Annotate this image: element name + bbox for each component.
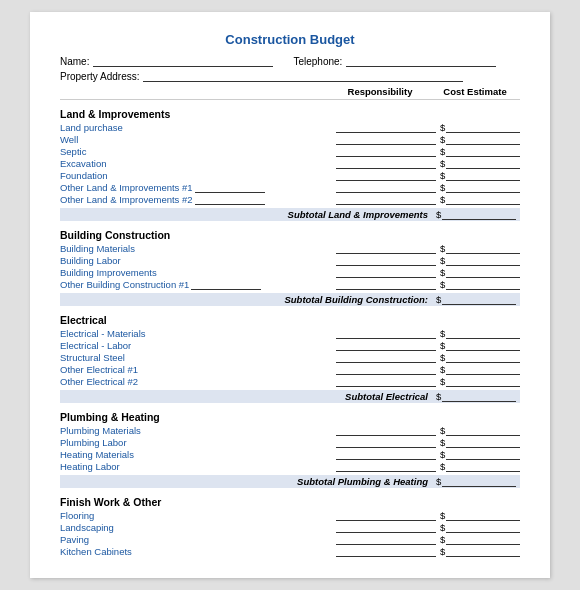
list-item: Electrical - Materials $ [60,328,520,339]
section-title-plumbing: Plumbing & Heating [60,411,520,423]
cost-input: $ [440,425,520,436]
cost-input: $ [440,279,520,290]
telephone-input[interactable] [346,55,496,67]
page-title: Construction Budget [60,32,520,47]
cost-input: $ [440,122,520,133]
cost-input: $ [440,364,520,375]
list-item: Building Labor $ [60,255,520,266]
section-title-electrical: Electrical [60,314,520,326]
subtotal-plumbing: Subtotal Plumbing & Heating $ [60,475,520,488]
list-item: Kitchen Cabinets $ [60,546,520,557]
list-item: Well $ [60,134,520,145]
responsibility-header: Responsibility [330,86,430,97]
list-item: Heating Materials $ [60,449,520,460]
cost-input: $ [440,510,520,521]
resp-input[interactable] [336,510,436,521]
list-item: Plumbing Labor $ [60,437,520,448]
resp-input[interactable] [336,328,436,339]
cost-input: $ [440,182,520,193]
address-input[interactable] [143,70,463,82]
cost-input: $ [440,376,520,387]
resp-input[interactable] [336,134,436,145]
cost-input: $ [440,146,520,157]
list-item: Land purchase $ [60,122,520,133]
subtotal-building: Subtotal Building Construction: $ [60,293,520,306]
list-item: Building Improvements $ [60,267,520,278]
resp-input[interactable] [336,364,436,375]
cost-input: $ [440,158,520,169]
section-title-finish: Finish Work & Other [60,496,520,508]
cost-input: $ [440,255,520,266]
resp-input[interactable] [336,267,436,278]
resp-input[interactable] [336,534,436,545]
list-item: Septic $ [60,146,520,157]
resp-input[interactable] [336,522,436,533]
resp-input[interactable] [336,461,436,472]
subtotal-electrical: Subtotal Electrical $ [60,390,520,403]
list-item: Paving $ [60,534,520,545]
resp-input[interactable] [336,352,436,363]
resp-input[interactable] [336,546,436,557]
cost-input: $ [440,340,520,351]
list-item: Other Land & Improvements #1 $ [60,182,520,193]
list-item: Electrical - Labor $ [60,340,520,351]
page: Construction Budget Name: Telephone: Pro… [30,12,550,578]
list-item: Other Electrical #2 $ [60,376,520,387]
list-item: Excavation $ [60,158,520,169]
cost-input: $ [440,522,520,533]
resp-input[interactable] [336,170,436,181]
resp-input[interactable] [336,158,436,169]
section-title-building: Building Construction [60,229,520,241]
cost-input: $ [440,437,520,448]
list-item: Plumbing Materials $ [60,425,520,436]
resp-input[interactable] [336,340,436,351]
name-label: Name: [60,56,89,67]
list-item: Flooring $ [60,510,520,521]
cost-input: $ [440,134,520,145]
resp-input[interactable] [336,182,436,193]
name-field: Name: [60,55,273,67]
list-item: Foundation $ [60,170,520,181]
cost-input: $ [440,449,520,460]
list-item: Structural Steel $ [60,352,520,363]
resp-input[interactable] [336,376,436,387]
cost-input: $ [440,461,520,472]
list-item: Other Electrical #1 $ [60,364,520,375]
list-item: Other Land & Improvements #2 $ [60,194,520,205]
telephone-field: Telephone: [293,55,496,67]
resp-input[interactable] [336,146,436,157]
section-title-land: Land & Improvements [60,108,520,120]
cost-header: Cost Estimate [430,86,520,97]
cost-input: $ [440,328,520,339]
cost-input: $ [440,546,520,557]
resp-input[interactable] [336,255,436,266]
column-headers: Responsibility Cost Estimate [60,86,520,97]
resp-input[interactable] [336,122,436,133]
cost-input: $ [440,194,520,205]
address-field: Property Address: [60,70,463,82]
subtotal-land: Subtotal Land & Improvements $ [60,208,520,221]
cost-input: $ [440,534,520,545]
list-item: Heating Labor $ [60,461,520,472]
list-item: Building Materials $ [60,243,520,254]
list-item: Other Building Construction #1 $ [60,279,520,290]
resp-input[interactable] [336,449,436,460]
cost-input: $ [440,243,520,254]
name-input[interactable] [93,55,273,67]
resp-input[interactable] [336,194,436,205]
cost-input: $ [440,170,520,181]
resp-input[interactable] [336,425,436,436]
list-item: Landscaping $ [60,522,520,533]
resp-input[interactable] [336,243,436,254]
telephone-label: Telephone: [293,56,342,67]
address-label: Property Address: [60,71,139,82]
resp-input[interactable] [336,279,436,290]
cost-input: $ [440,352,520,363]
resp-input[interactable] [336,437,436,448]
cost-input: $ [440,267,520,278]
